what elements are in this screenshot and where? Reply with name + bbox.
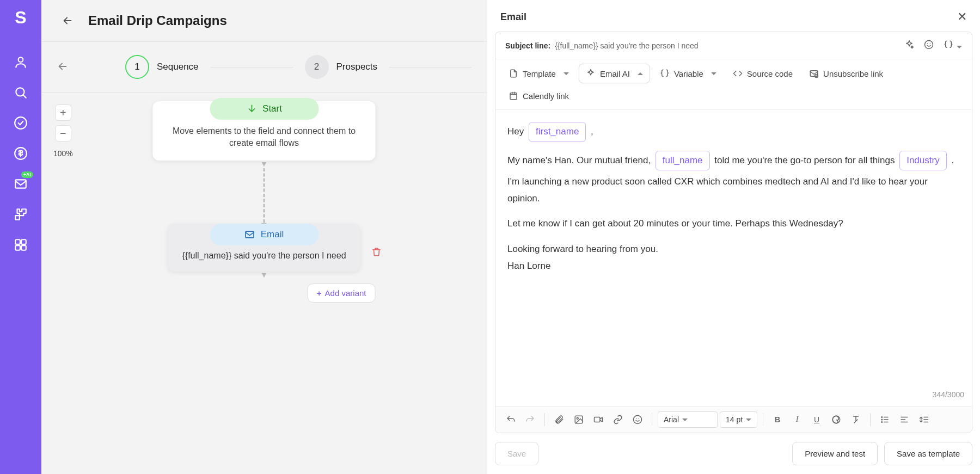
flow-canvas[interactable]: + − 100% Start Move elements to the fiel… bbox=[41, 93, 487, 474]
step-label: Prospects bbox=[336, 61, 378, 72]
calendly-button[interactable]: Calendly link bbox=[502, 87, 575, 105]
zoom-percent: 100% bbox=[53, 149, 73, 158]
svg-point-19 bbox=[881, 417, 883, 418]
variable-chip-full-name[interactable]: full_name bbox=[656, 151, 710, 171]
step-label: Sequence bbox=[157, 61, 199, 72]
svg-point-0 bbox=[19, 57, 23, 62]
template-button[interactable]: Template bbox=[502, 64, 575, 83]
email-ai-button[interactable]: Email AI bbox=[579, 64, 650, 83]
zoom-out-button[interactable]: − bbox=[55, 125, 71, 141]
back-button[interactable] bbox=[57, 10, 78, 32]
integrations-icon[interactable] bbox=[14, 207, 28, 221]
subject-value[interactable]: {{full_name}} said you're the person I n… bbox=[555, 41, 895, 50]
align-button[interactable] bbox=[896, 411, 913, 428]
email-node-subject: {{full_name}} said you're the person I n… bbox=[182, 251, 346, 261]
step-number: 2 bbox=[305, 55, 329, 79]
svg-point-2 bbox=[15, 117, 27, 129]
link-button[interactable] bbox=[609, 411, 627, 428]
ai-sparkle-icon[interactable] bbox=[904, 40, 914, 51]
video-button[interactable] bbox=[590, 411, 607, 428]
svg-rect-4 bbox=[15, 180, 26, 188]
app-logo: S bbox=[15, 8, 26, 28]
ai-badge: +AI bbox=[21, 171, 33, 178]
save-template-button[interactable]: Save as template bbox=[884, 442, 972, 465]
add-variant-button[interactable]: + Add variant bbox=[308, 284, 376, 303]
close-panel-button[interactable]: ✕ bbox=[957, 10, 967, 24]
clear-format-button[interactable] bbox=[847, 411, 865, 428]
bold-button[interactable]: B bbox=[769, 411, 786, 428]
redo-button[interactable] bbox=[522, 411, 539, 428]
page-title: Email Drip Campaigns bbox=[88, 13, 227, 28]
font-select[interactable]: Arial bbox=[658, 411, 718, 428]
panel-title: Email bbox=[500, 11, 526, 23]
campaign-canvas-area: Email Drip Campaigns 1 Sequence 2 Prospe… bbox=[41, 0, 487, 474]
arrow-icon: ▼ bbox=[260, 159, 268, 168]
pricing-icon[interactable] bbox=[14, 146, 28, 161]
svg-rect-13 bbox=[510, 93, 517, 100]
left-nav-rail: S +AI bbox=[0, 0, 41, 474]
emoji-button[interactable] bbox=[629, 411, 646, 428]
campaigns-icon[interactable]: +AI bbox=[14, 177, 28, 191]
italic-button[interactable]: I bbox=[788, 411, 806, 428]
start-node-card[interactable]: Start Move elements to the field and con… bbox=[153, 101, 376, 161]
underline-button[interactable]: U bbox=[808, 411, 825, 428]
stepper: 1 Sequence 2 Prospects bbox=[41, 42, 487, 93]
undo-button[interactable] bbox=[502, 411, 519, 428]
connector: ▼ bbox=[260, 168, 268, 230]
variable-chip-industry[interactable]: Industry bbox=[899, 151, 946, 171]
editor-toolbar-bottom: Arial 14 pt B I U bbox=[495, 406, 972, 433]
attach-button[interactable] bbox=[550, 411, 568, 428]
verify-icon[interactable] bbox=[14, 116, 28, 130]
email-node-label: Email bbox=[261, 229, 284, 240]
step-divider bbox=[389, 67, 471, 67]
apps-icon[interactable] bbox=[14, 238, 28, 252]
preview-test-button[interactable]: Preview and test bbox=[792, 442, 878, 465]
svg-rect-9 bbox=[246, 231, 254, 238]
svg-rect-16 bbox=[595, 417, 601, 422]
contacts-icon[interactable] bbox=[14, 55, 28, 69]
panel-footer: Save Preview and test Save as template bbox=[487, 433, 980, 474]
subject-row[interactable]: Subject line: {{full_name}} said you're … bbox=[495, 32, 972, 59]
subject-label: Subject line: bbox=[505, 41, 550, 50]
zoom-controls: + − 100% bbox=[53, 104, 73, 158]
svg-point-21 bbox=[881, 422, 883, 423]
step-number: 1 bbox=[125, 55, 149, 79]
download-icon bbox=[246, 103, 257, 114]
arrow-icon: ▼ bbox=[260, 270, 268, 279]
start-label: Start bbox=[262, 103, 282, 114]
image-button[interactable] bbox=[570, 411, 587, 428]
header-bar: Email Drip Campaigns bbox=[41, 0, 487, 42]
plus-icon: + bbox=[317, 288, 322, 298]
svg-point-15 bbox=[577, 417, 578, 419]
font-size-select[interactable]: 14 pt bbox=[720, 411, 757, 428]
emoji-icon[interactable] bbox=[924, 40, 934, 51]
step-prospects[interactable]: 2 Prospects bbox=[305, 55, 378, 79]
step-sequence[interactable]: 1 Sequence bbox=[125, 55, 199, 79]
svg-point-17 bbox=[634, 416, 642, 424]
line-height-button[interactable] bbox=[915, 411, 933, 428]
char-counter: 344/3000 bbox=[933, 388, 964, 402]
email-editor-panel: Email ✕ Subject line: {{full_name}} said… bbox=[487, 0, 980, 474]
unsubscribe-button[interactable]: Unsubscribe link bbox=[803, 64, 890, 83]
save-button[interactable]: Save bbox=[495, 442, 538, 465]
step-divider bbox=[211, 67, 293, 67]
delete-node-button[interactable] bbox=[371, 247, 382, 259]
svg-rect-5 bbox=[15, 239, 20, 244]
svg-point-10 bbox=[925, 41, 933, 49]
svg-rect-8 bbox=[21, 245, 26, 250]
variable-braces-icon[interactable] bbox=[944, 40, 962, 51]
editor-toolbar-top: Template Email AI Variable Source code U… bbox=[495, 59, 972, 110]
start-hint: Move elements to the field and connect t… bbox=[167, 125, 362, 150]
svg-rect-6 bbox=[21, 239, 26, 244]
zoom-in-button[interactable]: + bbox=[55, 104, 71, 121]
search-icon[interactable] bbox=[14, 85, 28, 100]
email-node-card[interactable]: Email {{full_name}} said you're the pers… bbox=[168, 224, 360, 272]
bullet-list-button[interactable] bbox=[876, 411, 893, 428]
source-code-button[interactable]: Source code bbox=[726, 64, 799, 83]
text-color-button[interactable] bbox=[828, 411, 845, 428]
variable-chip-first-name[interactable]: first_name bbox=[529, 122, 586, 142]
variable-button[interactable]: Variable bbox=[653, 64, 723, 83]
stepper-back-button[interactable] bbox=[57, 60, 69, 74]
email-body-editor[interactable]: Hey first_name , My name's Han. Our mutu… bbox=[495, 110, 972, 406]
svg-point-20 bbox=[881, 419, 883, 420]
